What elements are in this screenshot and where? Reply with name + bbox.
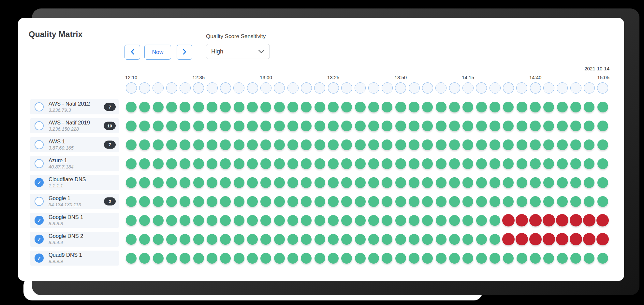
status-dot-up[interactable] <box>153 139 164 150</box>
status-dot-up[interactable] <box>543 196 554 207</box>
status-dot-up[interactable] <box>476 177 487 188</box>
host-checkbox[interactable]: ✓ <box>35 254 44 263</box>
status-dot-up[interactable] <box>274 196 285 207</box>
status-dot-up[interactable] <box>180 121 190 131</box>
status-dot-up[interactable] <box>543 253 554 264</box>
status-dot-up[interactable] <box>462 139 473 150</box>
status-dot-up[interactable] <box>207 253 217 264</box>
status-dot-up[interactable] <box>301 139 312 150</box>
status-dot-up[interactable] <box>153 102 164 112</box>
status-dot-up[interactable] <box>490 102 500 112</box>
status-dot-up[interactable] <box>557 253 568 264</box>
status-dot-up[interactable] <box>395 102 406 112</box>
status-dot-up[interactable] <box>193 158 204 169</box>
status-dot-up[interactable] <box>139 102 150 112</box>
status-dot-up[interactable] <box>287 139 298 150</box>
status-dot-down[interactable] <box>543 214 555 226</box>
status-dot-up[interactable] <box>341 196 352 207</box>
status-dot-up[interactable] <box>570 196 581 207</box>
status-dot-up[interactable] <box>207 215 217 226</box>
status-dot-up[interactable] <box>584 121 594 131</box>
status-dot-up[interactable] <box>247 121 258 131</box>
host-checkbox[interactable] <box>35 102 44 111</box>
status-dot-up[interactable] <box>449 102 460 112</box>
status-dot-up[interactable] <box>436 234 446 245</box>
status-dot-up[interactable] <box>180 177 190 188</box>
status-dot-up[interactable] <box>584 102 594 112</box>
status-dot-up[interactable] <box>328 102 339 112</box>
status-dot-up[interactable] <box>207 102 217 112</box>
status-dot-up[interactable] <box>180 234 190 245</box>
status-dot-up[interactable] <box>328 253 339 264</box>
status-dot-up[interactable] <box>436 139 446 150</box>
status-dot-up[interactable] <box>234 196 244 207</box>
status-dot-up[interactable] <box>409 139 419 150</box>
status-dot-up[interactable] <box>436 196 446 207</box>
status-dot-up[interactable] <box>315 177 325 188</box>
status-dot-up[interactable] <box>315 102 325 112</box>
host-item[interactable]: AWS 13.87.60.1657 <box>30 137 119 152</box>
status-dot-up[interactable] <box>355 215 366 226</box>
status-dot-up[interactable] <box>220 177 231 188</box>
status-dot-up[interactable] <box>368 234 379 245</box>
status-dot-up[interactable] <box>476 196 487 207</box>
status-dot-up[interactable] <box>139 215 150 226</box>
status-dot-up[interactable] <box>449 253 460 264</box>
status-dot-up[interactable] <box>368 253 379 264</box>
status-dot-up[interactable] <box>166 196 177 207</box>
status-dot-up[interactable] <box>409 253 419 264</box>
status-dot-up[interactable] <box>328 158 339 169</box>
status-dot-up[interactable] <box>287 121 298 131</box>
status-dot-up[interactable] <box>207 158 217 169</box>
status-dot-up[interactable] <box>570 139 581 150</box>
status-dot-up[interactable] <box>436 102 446 112</box>
status-dot-up[interactable] <box>557 102 568 112</box>
status-dot-up[interactable] <box>328 234 339 245</box>
status-dot-up[interactable] <box>557 177 568 188</box>
status-dot-up[interactable] <box>530 121 541 131</box>
status-dot-up[interactable] <box>409 177 419 188</box>
status-dot-up[interactable] <box>517 158 527 169</box>
status-dot-up[interactable] <box>139 139 150 150</box>
status-dot-up[interactable] <box>260 234 271 245</box>
status-dot-up[interactable] <box>166 215 177 226</box>
status-dot-up[interactable] <box>462 234 473 245</box>
status-dot-up[interactable] <box>153 196 164 207</box>
status-dot-up[interactable] <box>584 196 594 207</box>
status-dot-up[interactable] <box>207 139 217 150</box>
status-dot-down[interactable] <box>570 214 582 226</box>
host-item[interactable]: Azure 140.87.7.184 <box>30 156 119 171</box>
status-dot-up[interactable] <box>462 177 473 188</box>
status-dot-up[interactable] <box>462 102 473 112</box>
host-item[interactable]: ✓Quad9 DNS 19.9.9.9 <box>30 251 119 266</box>
status-dot-up[interactable] <box>193 177 204 188</box>
status-dot-up[interactable] <box>234 102 244 112</box>
status-dot-up[interactable] <box>355 196 366 207</box>
host-checkbox[interactable] <box>35 140 44 149</box>
status-dot-up[interactable] <box>247 253 258 264</box>
status-dot-up[interactable] <box>287 253 298 264</box>
status-dot-down[interactable] <box>502 214 515 226</box>
status-dot-up[interactable] <box>341 215 352 226</box>
status-dot-up[interactable] <box>220 102 231 112</box>
status-dot-up[interactable] <box>260 196 271 207</box>
status-dot-up[interactable] <box>395 121 406 131</box>
status-dot-up[interactable] <box>530 196 541 207</box>
status-dot-up[interactable] <box>543 177 554 188</box>
status-dot-up[interactable] <box>315 253 325 264</box>
status-dot-up[interactable] <box>409 234 419 245</box>
status-dot-up[interactable] <box>476 121 487 131</box>
status-dot-up[interactable] <box>180 215 190 226</box>
status-dot-up[interactable] <box>355 102 366 112</box>
status-dot-up[interactable] <box>382 121 392 131</box>
next-button[interactable] <box>177 45 192 60</box>
status-dot-up[interactable] <box>234 234 244 245</box>
status-dot-up[interactable] <box>503 102 514 112</box>
status-dot-up[interactable] <box>180 139 190 150</box>
status-dot-up[interactable] <box>476 139 487 150</box>
status-dot-up[interactable] <box>557 158 568 169</box>
status-dot-up[interactable] <box>530 177 541 188</box>
status-dot-up[interactable] <box>234 253 244 264</box>
status-dot-down[interactable] <box>596 233 609 245</box>
status-dot-up[interactable] <box>301 253 312 264</box>
